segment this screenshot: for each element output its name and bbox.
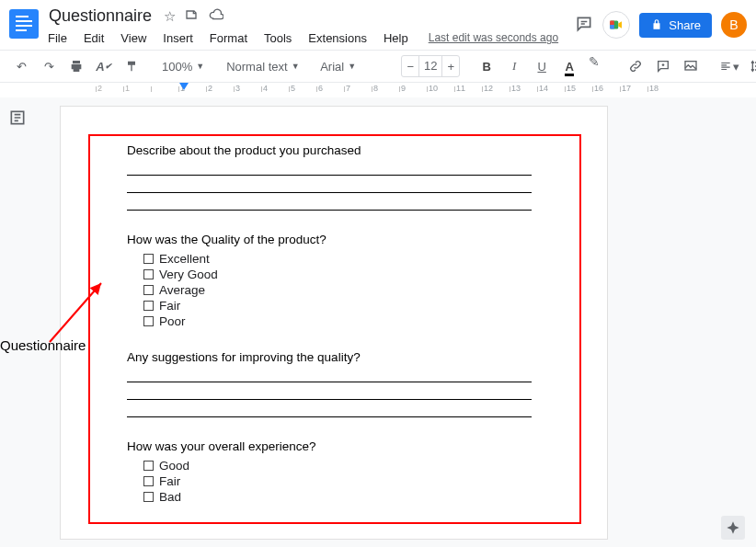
- toolbar: ↶ ↷ A✔ 100%▼ Normal text▼ Arial▼ − 12 + …: [0, 50, 756, 83]
- option-label: Excellent: [159, 252, 210, 266]
- comments-icon[interactable]: [575, 15, 593, 36]
- blank-line: [127, 197, 532, 211]
- paragraph-style-select[interactable]: Normal text▼: [223, 54, 302, 78]
- underline-button[interactable]: U: [530, 54, 554, 78]
- document-page[interactable]: Describe about the product you purchased…: [61, 107, 607, 539]
- google-docs-app: Questionnaire ☆ File Edit View Insert Fo…: [0, 0, 756, 547]
- checkbox-option: Poor: [143, 314, 552, 328]
- checkbox-option: Very Good: [143, 268, 552, 281]
- option-label: Fair: [159, 474, 180, 488]
- title-bar: Questionnaire ☆ File Edit View Insert Fo…: [0, 0, 756, 50]
- menu-insert[interactable]: Insert: [161, 29, 195, 47]
- share-button[interactable]: Share: [639, 13, 712, 38]
- page-scroll[interactable]: Describe about the product you purchased…: [35, 97, 756, 547]
- redo-button[interactable]: ↷: [37, 54, 61, 78]
- blank-line: [127, 179, 532, 193]
- workspace: Describe about the product you purchased…: [0, 97, 756, 547]
- spellcheck-button[interactable]: A✔: [92, 54, 116, 78]
- text-color-button[interactable]: A: [557, 54, 581, 78]
- font-size-stepper[interactable]: − 12 +: [401, 55, 460, 77]
- svg-rect-2: [611, 25, 615, 29]
- zoom-select[interactable]: 100%▼: [158, 54, 208, 78]
- account-avatar[interactable]: B: [721, 12, 747, 38]
- menu-extensions[interactable]: Extensions: [306, 29, 369, 47]
- explore-button[interactable]: [721, 516, 745, 540]
- question-1: Describe about the product you purchased: [127, 140, 552, 159]
- svg-rect-1: [611, 21, 615, 26]
- blank-line: [127, 386, 532, 400]
- insert-link-button[interactable]: [624, 54, 647, 78]
- annotation-label: Questionnaire: [0, 337, 86, 353]
- blank-line: [127, 404, 532, 417]
- horizontal-ruler[interactable]: 21123456789101112131415161718: [35, 83, 747, 98]
- font-select[interactable]: Arial▼: [316, 54, 386, 78]
- checkbox-option: Fair: [143, 474, 552, 488]
- font-size-decrease[interactable]: −: [402, 60, 418, 74]
- star-icon[interactable]: ☆: [164, 9, 176, 23]
- checkbox-option: Bad: [143, 490, 552, 504]
- checkbox-icon: [143, 492, 154, 502]
- move-icon[interactable]: [185, 7, 200, 24]
- blank-line: [127, 162, 532, 176]
- bold-button[interactable]: B: [475, 54, 498, 78]
- option-label: Fair: [159, 299, 180, 313]
- highlight-color-button[interactable]: [585, 54, 609, 78]
- line-spacing-button[interactable]: [745, 54, 756, 78]
- checkbox-icon: [143, 301, 154, 311]
- ruler-indent-marker[interactable]: [179, 83, 189, 90]
- add-comment-button[interactable]: [651, 54, 675, 78]
- cloud-status-icon[interactable]: [209, 7, 223, 24]
- checkbox-option: Excellent: [143, 252, 552, 266]
- last-edit-status[interactable]: Last edit was seconds ago: [429, 31, 558, 44]
- checkbox-icon: [143, 461, 154, 471]
- document-title[interactable]: Questionnaire: [46, 6, 155, 27]
- checkbox-option: Average: [143, 283, 552, 297]
- question-2: How was the Quality of the product?: [127, 229, 552, 248]
- docs-logo-icon[interactable]: [9, 9, 39, 39]
- checkbox-icon: [143, 269, 154, 279]
- document-outline-icon[interactable]: [8, 108, 27, 127]
- menu-format[interactable]: Format: [208, 29, 249, 47]
- blank-line: [127, 369, 532, 382]
- checkbox-option: Fair: [143, 299, 552, 313]
- checkbox-option: Good: [143, 459, 552, 473]
- option-label: Average: [159, 283, 205, 297]
- menu-edit[interactable]: Edit: [82, 29, 106, 47]
- question-4: How was your overall experience?: [127, 436, 552, 455]
- question-3: Any suggestions for improving the qualit…: [127, 347, 552, 366]
- checkbox-icon: [143, 476, 154, 486]
- font-size-increase[interactable]: +: [442, 60, 459, 74]
- menu-tools[interactable]: Tools: [262, 29, 293, 47]
- option-label: Poor: [159, 314, 186, 328]
- checkbox-icon: [143, 254, 154, 264]
- option-label: Bad: [159, 490, 181, 504]
- font-size-value[interactable]: 12: [418, 56, 442, 76]
- menu-help[interactable]: Help: [382, 29, 410, 47]
- print-button[interactable]: [64, 54, 88, 78]
- menu-view[interactable]: View: [119, 29, 148, 47]
- italic-button[interactable]: I: [502, 54, 526, 78]
- meet-icon[interactable]: [602, 11, 630, 39]
- align-button[interactable]: ▾: [717, 54, 741, 78]
- undo-button[interactable]: ↶: [9, 54, 33, 78]
- paint-format-button[interactable]: [120, 54, 143, 78]
- option-label: Good: [159, 459, 189, 473]
- checkbox-icon: [143, 285, 154, 295]
- checkbox-icon: [143, 316, 154, 326]
- menu-file[interactable]: File: [46, 29, 69, 47]
- option-label: Very Good: [159, 268, 218, 281]
- insert-image-button[interactable]: [679, 54, 703, 78]
- menu-bar: File Edit View Insert Format Tools Exten…: [46, 28, 575, 48]
